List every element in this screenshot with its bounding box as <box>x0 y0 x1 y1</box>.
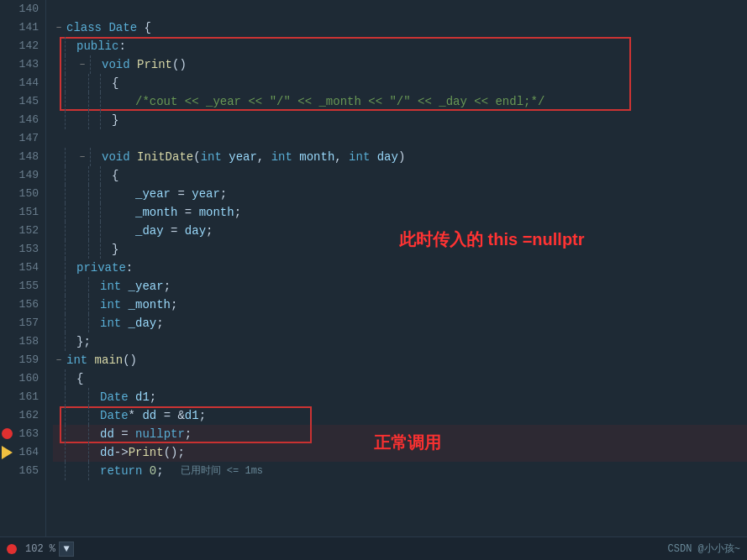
var-dd-162: dd <box>142 406 163 425</box>
ig-151-2 <box>88 203 100 222</box>
ln-160: 160 <box>0 369 45 388</box>
ig-151-1 <box>65 203 76 222</box>
fold-159[interactable]: − <box>53 354 65 366</box>
code-line-143: − void Print () <box>53 55 747 74</box>
ln-154: 154 <box>0 259 45 277</box>
ig-164-1 <box>65 443 76 462</box>
code-line-141: − class Date { <box>53 18 747 37</box>
op-150: = <box>177 185 192 203</box>
code-line-157: int _day ; <box>53 314 747 332</box>
semi-163: ; <box>185 425 192 443</box>
ig-145-1 <box>65 92 76 111</box>
ig-154-1 <box>65 259 76 277</box>
ig-153-3 <box>100 240 112 259</box>
code-line-151: _month = month ; <box>53 203 747 222</box>
op-assign-163: = <box>121 425 135 443</box>
ig-149-3 <box>100 166 112 185</box>
ig-148-1 <box>65 148 76 166</box>
kw-int-157: int <box>100 314 129 332</box>
ig-150-3 <box>100 185 112 203</box>
arrow-164 <box>2 446 13 459</box>
ln-161: 161 <box>0 388 45 406</box>
kw-int-156: int <box>100 296 129 314</box>
code-content[interactable]: 此时传入的 this =nullptr 正常调用 − class Date { <box>46 0 747 536</box>
code-line-154: private : <box>53 259 747 277</box>
ln-141: 141 <box>0 18 45 37</box>
ln-156: 156 <box>0 296 45 314</box>
status-breakpoint-icon <box>7 544 17 554</box>
code-line-164: dd -> Print () ; <box>53 443 747 462</box>
access-private: private <box>76 259 126 277</box>
semi-156: ; <box>171 296 177 314</box>
ig-145-2 <box>88 92 100 111</box>
ig-155-1 <box>65 277 76 296</box>
ig-146-1 <box>65 111 76 129</box>
code-line-163: dd = nullptr ; <box>53 425 747 443</box>
brace-160: { <box>76 369 83 388</box>
ln-158: 158 <box>0 332 45 351</box>
var-_day-157: _day <box>129 314 157 332</box>
ig-152-1 <box>65 222 76 240</box>
brace-146: } <box>112 111 118 129</box>
semi-162: ; <box>199 406 206 425</box>
ig-161-2 <box>88 388 100 406</box>
fold-143[interactable]: − <box>76 59 88 71</box>
zoom-down-button[interactable]: ▼ <box>59 542 74 557</box>
var-d1: d1 <box>135 388 150 406</box>
ig-163-2 <box>88 425 100 443</box>
var-month-151: month <box>199 203 234 222</box>
var-_month-151: _month <box>135 203 185 222</box>
ig-149-1 <box>65 166 76 185</box>
parens-164: () <box>164 443 178 462</box>
ig-157-2 <box>88 314 100 332</box>
var-_day-152: _day <box>135 222 171 240</box>
ln-163: 163 <box>0 425 45 443</box>
var-d1-162: d1 <box>185 406 199 425</box>
ln-149: 149 <box>0 166 45 185</box>
semi-161: ; <box>150 388 156 406</box>
ln-145: 145 <box>0 92 45 111</box>
ig-144-2 <box>88 74 100 92</box>
brace-141: { <box>144 18 150 37</box>
kw-int-year: int <box>201 148 229 166</box>
semi-152: ; <box>206 222 213 240</box>
ig-160-1 <box>65 369 76 388</box>
ig-149-2 <box>88 166 100 185</box>
status-left: 102 % ▼ <box>7 542 74 557</box>
kw-int-day: int <box>349 148 377 166</box>
semi-164: ; <box>177 443 184 462</box>
ln-150: 150 <box>0 185 45 203</box>
ig-144-1 <box>65 74 76 92</box>
op-ptr-162: * <box>129 406 143 425</box>
ig-153-2 <box>88 240 100 259</box>
parens-143: () <box>172 55 187 74</box>
ln-157: 157 <box>0 314 45 332</box>
ig-148-2 <box>90 148 102 166</box>
code-line-148: − void InitDate ( int year , int month ,… <box>53 148 747 166</box>
semi-155: ; <box>164 277 171 296</box>
op-arrow-164: -> <box>114 443 129 462</box>
ig-150-1 <box>65 185 76 203</box>
code-line-149: { <box>53 166 747 185</box>
op-assign-162: = <box>164 406 178 425</box>
fold-141[interactable]: − <box>53 22 65 34</box>
fold-148[interactable]: − <box>76 151 88 163</box>
num-0-165: 0 <box>150 462 156 480</box>
var-day-148: day <box>377 148 398 166</box>
ig-161-1 <box>65 388 76 406</box>
ig-164-2 <box>88 443 100 462</box>
code-line-145: /*cout << _year << "/" << _month << "/" … <box>53 92 747 111</box>
breakpoint-dot-163 <box>2 428 13 439</box>
ln-146: 146 <box>0 111 45 129</box>
code-line-160: { <box>53 369 747 388</box>
ig-157-1 <box>65 314 76 332</box>
code-line-152: _day = day ; <box>53 222 747 240</box>
code-line-156: int _month ; <box>53 296 747 314</box>
kw-void-148: void <box>102 148 137 166</box>
brace-153: } <box>112 240 118 259</box>
type-Date-162: Date <box>100 406 129 425</box>
kw-void-143: void <box>102 55 137 74</box>
code-line-153: } <box>53 240 747 259</box>
colon-154: : <box>126 259 133 277</box>
ig-158-1 <box>65 332 76 351</box>
